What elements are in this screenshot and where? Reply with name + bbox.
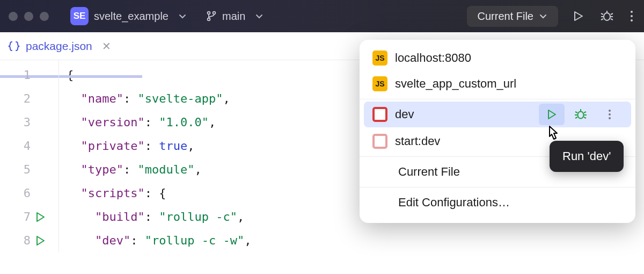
branch-name: main <box>222 10 245 23</box>
debug-icon <box>574 109 587 120</box>
minimize-window-dot[interactable] <box>24 12 33 21</box>
run-button[interactable] <box>539 104 565 125</box>
run-config-item-label: start:dev <box>395 134 440 148</box>
run-gutter-icon[interactable] <box>35 212 46 222</box>
svg-point-8 <box>609 110 611 112</box>
more-icon[interactable] <box>630 10 633 22</box>
menu-item-label: Current File <box>398 165 460 179</box>
line-number-gutter: 1 2 3 4 5 6 7 8 <box>0 60 59 253</box>
branch-selector[interactable]: main <box>206 10 264 23</box>
run-config-label: Current File <box>478 10 533 23</box>
debug-button[interactable] <box>568 104 594 125</box>
run-config-item-dev[interactable]: dev <box>364 102 631 127</box>
more-button[interactable] <box>597 104 623 125</box>
menu-separator <box>360 187 635 188</box>
npm-icon <box>372 134 387 149</box>
svg-point-10 <box>609 117 611 119</box>
run-icon <box>546 109 557 120</box>
titlebar: SE svelte_example main Current File <box>0 0 644 32</box>
run-config-menu: JS localhost:8080 JS svelte_app_custom_u… <box>360 40 635 223</box>
run-icon[interactable] <box>572 10 584 22</box>
run-config-item-label: localhost:8080 <box>395 51 471 65</box>
titlebar-run-actions <box>572 10 633 23</box>
window-controls <box>9 12 49 21</box>
menu-separator <box>360 99 635 99</box>
svg-point-0 <box>208 12 210 15</box>
project-badge: SE <box>70 7 89 25</box>
git-branch-icon <box>206 10 217 22</box>
svg-point-1 <box>213 12 216 15</box>
code-content: { "name": "svelte-app", "version": "1.0.… <box>59 60 251 253</box>
tab-filename[interactable]: package.json <box>26 40 92 53</box>
run-config-dropdown[interactable]: Current File <box>467 6 558 27</box>
line-number: 6 <box>14 182 31 205</box>
line-number: 2 <box>14 87 31 111</box>
run-config-item-svelte-url[interactable]: JS svelte_app_custom_url <box>360 71 635 97</box>
svg-point-3 <box>604 13 610 20</box>
more-icon <box>608 109 611 120</box>
svg-point-7 <box>578 112 584 119</box>
svg-point-2 <box>208 18 210 21</box>
js-icon: JS <box>372 51 387 66</box>
run-config-item-actions <box>539 104 623 125</box>
line-number: 5 <box>14 158 31 182</box>
close-tab-icon[interactable]: ✕ <box>98 40 115 53</box>
edit-configurations[interactable]: Edit Configurations… <box>360 190 635 215</box>
svg-point-5 <box>631 15 633 17</box>
line-number: 8 <box>14 229 31 253</box>
chevron-down-icon <box>255 12 264 20</box>
npm-icon <box>372 107 387 122</box>
svg-point-9 <box>609 113 611 116</box>
tooltip: Run 'dev' <box>550 141 624 172</box>
project-name: svelte_example <box>94 10 169 23</box>
line-number: 1 <box>14 63 31 87</box>
run-config-item-label: svelte_app_custom_url <box>395 77 516 91</box>
run-config-item-label: dev <box>395 107 531 121</box>
tooltip-text: Run 'dev' <box>562 149 611 163</box>
line-number: 4 <box>14 134 31 158</box>
chevron-down-icon <box>178 12 187 20</box>
run-gutter-icon[interactable] <box>35 235 46 246</box>
line-number: 3 <box>14 111 31 134</box>
run-config-item-localhost[interactable]: JS localhost:8080 <box>360 45 635 71</box>
svg-point-4 <box>631 11 633 13</box>
svg-point-6 <box>631 19 633 21</box>
json-file-icon <box>8 40 20 53</box>
line-number: 7 <box>14 205 31 229</box>
menu-item-label: Edit Configurations… <box>398 196 510 210</box>
project-selector[interactable]: SE svelte_example <box>66 5 191 27</box>
js-icon: JS <box>372 76 387 91</box>
maximize-window-dot[interactable] <box>40 12 49 21</box>
chevron-down-icon <box>539 12 547 20</box>
close-window-dot[interactable] <box>9 12 18 21</box>
debug-icon[interactable] <box>600 10 614 23</box>
